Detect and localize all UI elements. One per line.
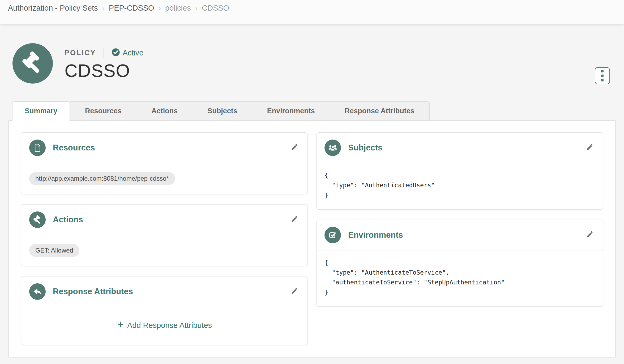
- summary-columns: Resources http://app.example.com:8081/ho…: [21, 132, 603, 345]
- kebab-dot: [601, 75, 604, 77]
- actions-edit-button[interactable]: [289, 214, 300, 225]
- breadcrumb-pep-cdsso[interactable]: PEP-CDSSO: [109, 4, 154, 12]
- subjects-card-title: Subjects: [348, 143, 382, 153]
- right-column: Subjects { "type": "AuthenticatedUsers" …: [316, 132, 603, 307]
- policy-avatar: [12, 43, 53, 84]
- environments-edit-button[interactable]: [584, 229, 595, 241]
- environments-json: { "type": "AuthenticateToService", "auth…: [324, 258, 595, 297]
- tab-environments[interactable]: Environments: [252, 102, 330, 120]
- pencil-icon: [290, 287, 298, 296]
- subjects-edit-button[interactable]: [584, 142, 595, 153]
- resources-card-header: Resources: [21, 133, 307, 163]
- subjects-card-header: Subjects: [317, 133, 603, 163]
- tab-actions[interactable]: Actions: [136, 102, 193, 120]
- top-bar: Authorization - Policy Sets › PEP-CDSSO …: [0, 0, 624, 25]
- policy-type-label: POLICY: [65, 49, 96, 57]
- resources-edit-button[interactable]: [289, 142, 300, 153]
- response-attributes-card-title: Response Attributes: [53, 287, 133, 296]
- kebab-dot: [601, 70, 604, 72]
- action-chip: GET: Allowed: [29, 244, 79, 257]
- kebab-dot: [601, 79, 604, 81]
- actions-card-body: GET: Allowed: [21, 235, 307, 266]
- gavel-icon: [20, 51, 45, 76]
- actions-card: Actions GET: Allowed: [21, 204, 308, 266]
- resources-card: Resources http://app.example.com:8081/ho…: [21, 132, 308, 194]
- breadcrumb-policies[interactable]: policies: [165, 4, 191, 12]
- checkbox-icon: [324, 227, 341, 243]
- add-response-attributes-button[interactable]: Add Response Attributes: [21, 307, 307, 345]
- subjects-json: { "type": "AuthenticatedUsers" }: [324, 171, 595, 200]
- tab-summary[interactable]: Summary: [12, 101, 70, 121]
- page-title: CDSSO: [65, 60, 144, 81]
- pencil-icon: [290, 215, 298, 224]
- resource-chip: http://app.example.com:8081/home/pep-cds…: [29, 172, 175, 185]
- policy-header-text: POLICY Active CDSSO: [65, 43, 144, 81]
- users-icon: [324, 140, 341, 156]
- breadcrumb-separator: ›: [159, 4, 161, 12]
- tab-bar: Summary Resources Actions Subjects Envir…: [12, 101, 624, 120]
- response-attributes-edit-button[interactable]: [289, 286, 300, 297]
- subjects-card: Subjects { "type": "AuthenticatedUsers" …: [316, 132, 603, 210]
- status-badge: Active: [112, 48, 144, 58]
- reply-arrow-icon: [29, 283, 46, 300]
- more-options-button[interactable]: [595, 67, 610, 84]
- gavel-icon: [29, 211, 46, 228]
- environments-card: Environments { "type": "AuthenticateToSe…: [316, 220, 603, 307]
- left-column: Resources http://app.example.com:8081/ho…: [21, 132, 308, 345]
- tab-response-attributes[interactable]: Response Attributes: [330, 102, 429, 120]
- tab-resources[interactable]: Resources: [70, 102, 136, 120]
- environments-card-body: { "type": "AuthenticateToService", "auth…: [317, 250, 603, 306]
- check-circle-icon: [112, 48, 123, 58]
- status-text: Active: [123, 49, 144, 57]
- breadcrumb: Authorization - Policy Sets › PEP-CDSSO …: [0, 0, 624, 12]
- breadcrumb-current-cdsso: CDSSO: [202, 4, 229, 12]
- policy-header: POLICY Active CDSSO: [12, 43, 624, 84]
- pencil-icon: [585, 143, 594, 152]
- resources-card-title: Resources: [53, 143, 95, 153]
- actions-card-title: Actions: [53, 215, 83, 224]
- document-icon: [29, 140, 46, 156]
- breadcrumb-separator: ›: [102, 4, 104, 12]
- policy-type-row: POLICY Active: [65, 47, 144, 58]
- actions-card-header: Actions: [21, 205, 307, 235]
- pencil-icon: [290, 143, 298, 152]
- breadcrumb-policy-sets[interactable]: Authorization - Policy Sets: [8, 4, 98, 12]
- plus-icon: [117, 321, 124, 330]
- summary-panel: Resources http://app.example.com:8081/ho…: [8, 120, 616, 357]
- environments-card-title: Environments: [348, 230, 403, 240]
- response-attributes-card: Response Attributes: [21, 276, 308, 345]
- divider: [104, 47, 104, 58]
- add-response-attributes-label: Add Response Attributes: [127, 321, 212, 330]
- response-attributes-card-header: Response Attributes: [21, 276, 307, 307]
- tab-strip: Resources Actions Subjects Environments …: [70, 101, 430, 120]
- response-attributes-card-body: Add Response Attributes: [21, 307, 307, 345]
- resources-card-body: http://app.example.com:8081/home/pep-cds…: [21, 163, 307, 194]
- tab-subjects[interactable]: Subjects: [193, 102, 252, 120]
- environments-card-header: Environments: [317, 220, 603, 250]
- subjects-card-body: { "type": "AuthenticatedUsers" }: [317, 163, 603, 209]
- breadcrumb-separator: ›: [195, 4, 198, 12]
- pencil-icon: [585, 231, 594, 240]
